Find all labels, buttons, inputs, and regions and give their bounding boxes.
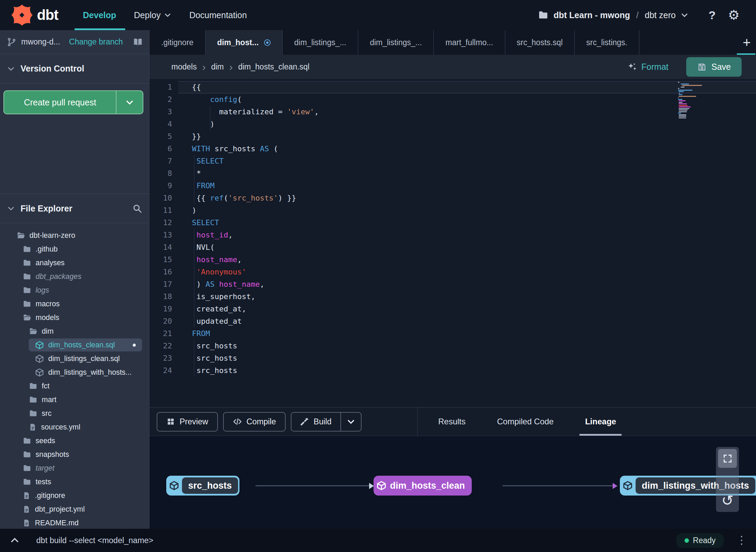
kebab-menu-icon[interactable]: ⋮	[736, 537, 747, 543]
nav-develop[interactable]: Develop	[83, 0, 116, 30]
tree-item[interactable]: dim	[0, 324, 149, 338]
tree-item[interactable]: dim_hosts_clean.sql	[0, 338, 149, 352]
editor-tab[interactable]: src_listings.	[575, 30, 639, 55]
format-button[interactable]: Format	[627, 62, 668, 72]
breadcrumb-item[interactable]: models	[171, 62, 197, 72]
code-line[interactable]: 6WITH src_hosts AS (	[149, 143, 756, 155]
code-line-content: *	[178, 167, 756, 180]
code-line[interactable]: 15 host_name,	[149, 254, 756, 266]
version-control-header[interactable]: Version Control	[0, 54, 149, 84]
line-number: 1	[149, 81, 178, 93]
editor-tab[interactable]: dim_host...	[206, 30, 283, 55]
code-line[interactable]: 14 NVL(	[149, 241, 756, 254]
tree-item[interactable]: logs	[0, 283, 149, 297]
help-icon[interactable]: ?	[708, 9, 716, 22]
folder-icon	[23, 477, 31, 486]
build-dropdown-toggle[interactable]	[340, 413, 361, 431]
folder-icon	[29, 327, 38, 336]
code-line[interactable]: 24 src_hosts	[149, 364, 756, 377]
tree-item-label: src	[42, 409, 52, 418]
code-line[interactable]: 18 is_superhost,	[149, 291, 756, 303]
lineage-node[interactable]: dim_hosts_clean	[374, 476, 472, 496]
code-line[interactable]: 7 SELECT	[149, 155, 756, 167]
line-number: 22	[149, 340, 178, 352]
tree-item[interactable]: src	[0, 407, 149, 420]
breadcrumb-item[interactable]: dim_hosts_clean.sql	[238, 62, 309, 72]
code-line[interactable]: 23 src_hosts	[149, 352, 756, 364]
code-line[interactable]: 17 ) AS host_name,	[149, 278, 756, 291]
lineage-node[interactable]: src_hosts	[166, 476, 239, 496]
tree-item[interactable]: fct	[0, 379, 149, 393]
results-tab-compiled-code[interactable]: Compiled Code	[497, 408, 553, 436]
tree-item[interactable]: sources.yml	[0, 420, 149, 434]
tree-item[interactable]: snapshots	[0, 448, 149, 461]
code-line[interactable]: 13 host_id,	[149, 229, 756, 241]
create-pull-request-button[interactable]: Create pull request	[3, 90, 143, 114]
tree-item[interactable]: dim_listings_with_hosts...	[0, 365, 149, 379]
code-line[interactable]: 9 FROM	[149, 180, 756, 192]
tree-item[interactable]: dbt_project.yml	[0, 502, 149, 516]
docs-book-icon[interactable]	[133, 37, 143, 47]
tree-item[interactable]: dim_listings_clean.sql	[0, 352, 149, 365]
code-line[interactable]: 10 {{ ref('src_hosts') }}	[149, 192, 756, 204]
chevron-down-icon	[7, 204, 15, 213]
reset-view-icon[interactable]: ↺	[716, 493, 739, 508]
code-line[interactable]: 1{{	[149, 81, 756, 93]
dbt-logo-icon[interactable]	[11, 4, 33, 26]
code-line[interactable]: 21FROM	[149, 328, 756, 340]
code-line[interactable]: 11)	[149, 204, 756, 217]
lineage-canvas[interactable]: src_hostsdim_hosts_cleandim_listings_wit…	[149, 436, 756, 529]
editor-tab[interactable]: dim_listings_...	[283, 30, 358, 55]
settings-gear-icon[interactable]: ⚙	[728, 9, 740, 22]
tree-item-label: snapshots	[36, 450, 69, 459]
compile-button[interactable]: Compile	[223, 412, 286, 432]
code-line-content: src_hosts	[178, 352, 756, 364]
tree-item[interactable]: models	[0, 311, 149, 324]
nav-deploy[interactable]: Deploy	[134, 0, 172, 30]
preview-button[interactable]: Preview	[157, 412, 218, 432]
code-line[interactable]: 3 materialized = 'view',	[149, 106, 756, 118]
editor-tab[interactable]: mart_fullmo...	[434, 30, 505, 55]
line-number: 8	[149, 167, 178, 180]
build-button[interactable]: Build	[291, 412, 362, 432]
tree-item[interactable]: seeds	[0, 434, 149, 448]
editor-tab[interactable]: .gitignore	[149, 30, 206, 55]
search-icon[interactable]	[132, 203, 142, 214]
save-button[interactable]: Save	[686, 57, 742, 77]
change-branch-link[interactable]: Change branch	[69, 37, 123, 47]
results-tab-lineage[interactable]: Lineage	[585, 408, 616, 436]
code-line[interactable]: 2 config(	[149, 93, 756, 106]
breadcrumb-item[interactable]: dim	[211, 62, 224, 72]
results-tab-results[interactable]: Results	[438, 408, 466, 436]
code-line[interactable]: 4 )	[149, 118, 756, 130]
code-line[interactable]: 22 src_hosts	[149, 340, 756, 352]
tree-item[interactable]: macros	[0, 297, 149, 311]
chevron-up-icon[interactable]	[10, 535, 20, 545]
tree-item[interactable]: dbt_packages	[0, 270, 149, 283]
new-tab-button[interactable]: +	[738, 30, 756, 55]
tree-item[interactable]: mart	[0, 393, 149, 407]
tree-item[interactable]: tests	[0, 475, 149, 489]
code-line[interactable]: 5}}	[149, 130, 756, 143]
tree-item[interactable]: analyses	[0, 256, 149, 270]
tree-item[interactable]: .github	[0, 242, 149, 256]
editor-tab[interactable]: dim_listings_...	[358, 30, 434, 55]
tree-item[interactable]: README.md	[0, 516, 149, 529]
tree-item[interactable]: target	[0, 461, 149, 475]
code-line[interactable]: 12SELECT	[149, 217, 756, 229]
code-line[interactable]: 16 'Anonymous'	[149, 266, 756, 278]
nav-documentation[interactable]: Documentation	[189, 0, 247, 30]
code-line[interactable]: 19 created_at,	[149, 303, 756, 315]
tree-item[interactable]: dbt-learn-zero	[0, 229, 149, 242]
code-line[interactable]: 20 updated_at	[149, 315, 756, 328]
code-editor[interactable]: 1{{2 config(3 materialized = 'view',4 )5…	[149, 79, 756, 407]
command-hint[interactable]: dbt build --select <model_name>	[36, 536, 153, 545]
file-explorer-header[interactable]: File Explorer	[0, 194, 149, 223]
fullscreen-icon[interactable]	[718, 449, 737, 468]
tree-item[interactable]: .gitignore	[0, 489, 149, 502]
code-line[interactable]: 8 *	[149, 167, 756, 180]
pr-dropdown-toggle[interactable]	[116, 91, 143, 114]
editor-tabbar: .gitignoredim_host...dim_listings_...dim…	[149, 30, 756, 55]
chevron-down-icon[interactable]	[680, 11, 689, 19]
editor-tab[interactable]: src_hosts.sql	[505, 30, 575, 55]
